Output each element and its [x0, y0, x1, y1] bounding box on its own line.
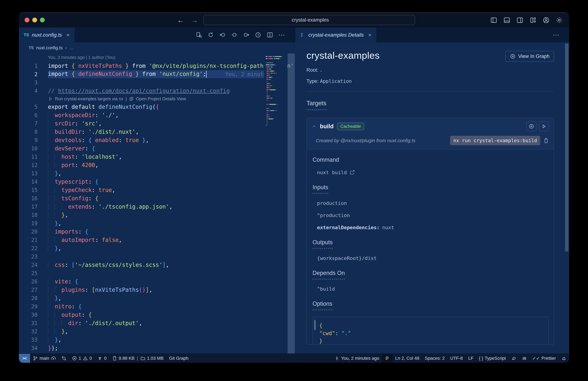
- remote-indicator[interactable]: ><: [19, 354, 30, 363]
- code-line[interactable]: 21 autoImport: false,: [19, 236, 295, 244]
- open-project-details-link[interactable]: Open Project Details View: [136, 96, 186, 101]
- cursor-position[interactable]: Ln 2, Col 48: [393, 354, 422, 363]
- code-line[interactable]: 1import { nxViteTsPaths } from '@nx/vite…: [19, 62, 295, 70]
- code-line[interactable]: 7 srcDir: 'src',: [19, 119, 295, 128]
- file-size[interactable]: 9.88 KB|1.03 MB: [109, 354, 166, 363]
- external-link-icon[interactable]: [349, 170, 355, 175]
- code-line[interactable]: 23: [19, 252, 295, 261]
- code-editor[interactable]: TS nuxt.config.ts › … You, 3 minutes ago…: [19, 42, 295, 354]
- open-changes-icon[interactable]: [196, 32, 202, 38]
- chevron-up-icon[interactable]: [312, 124, 316, 129]
- tab-project-details[interactable]: crystal-examples Details ×: [295, 27, 376, 42]
- code-line[interactable]: 14 typescript: {: [19, 178, 295, 186]
- account-icon[interactable]: [543, 17, 550, 24]
- zoom-indicator[interactable]: [382, 354, 393, 363]
- problems[interactable]: 10: [69, 354, 95, 363]
- code-line[interactable]: You, 2 minutes ago2import { defineNuxtCo…: [19, 70, 295, 78]
- code-line[interactable]: 24 css: ['~/assets/css/styles.scss'],: [19, 261, 295, 269]
- copilot-status[interactable]: [519, 354, 530, 363]
- code-line[interactable]: 26 vite: {: [19, 277, 295, 286]
- nav-forward-circle-icon[interactable]: [243, 32, 250, 38]
- eol[interactable]: LF: [465, 354, 476, 363]
- git-branch[interactable]: main: [30, 354, 59, 363]
- line-number: 27: [19, 287, 38, 293]
- code-line[interactable]: 25: [19, 269, 295, 277]
- code-line[interactable]: 16 tsConfig: {: [19, 194, 295, 202]
- extension-status[interactable]: [509, 354, 519, 363]
- code-line[interactable]: 18 },: [19, 211, 295, 219]
- layout-panel-icon[interactable]: [503, 17, 510, 24]
- tab-strip: TS nuxt.config.ts × ⋯ crystal-examples D…: [19, 27, 569, 42]
- code-line[interactable]: 3: [19, 78, 295, 87]
- code-text: autoImport: false,: [48, 237, 122, 243]
- status-text: Spaces: 2: [425, 356, 445, 361]
- code-line[interactable]: 19 },: [19, 219, 295, 227]
- code-line[interactable]: 9 devtools: { enabled: true },: [19, 136, 295, 144]
- view-in-graph-button[interactable]: View In Graph: [505, 51, 554, 62]
- code-line[interactable]: 17 extends: './tsconfig.app.json',: [19, 202, 295, 211]
- git-graph[interactable]: Git Graph: [166, 354, 191, 363]
- run-target-button[interactable]: [539, 121, 549, 131]
- code-line[interactable]: 12 port: 4200,: [19, 161, 295, 169]
- status-text: Git Graph: [169, 356, 189, 361]
- encoding[interactable]: UTF-8: [447, 354, 465, 363]
- options-json-viewer[interactable]: { "cwd": "."}: [313, 317, 549, 345]
- indentation[interactable]: Spaces: 2: [422, 354, 448, 363]
- layout-sidebar-icon[interactable]: [490, 17, 497, 24]
- more-actions-icon[interactable]: ⋯: [553, 27, 560, 42]
- code-line[interactable]: 13 },: [19, 169, 295, 178]
- close-tab-icon[interactable]: ×: [368, 32, 372, 38]
- git-compare[interactable]: [59, 354, 69, 363]
- layout-sidebar-right-icon[interactable]: [516, 17, 524, 24]
- code-line[interactable]: 10 devServer: {: [19, 144, 295, 153]
- code-text: },: [48, 245, 61, 251]
- json-scrollbar-thumb[interactable]: [314, 320, 316, 330]
- code-line[interactable]: 6 workspaceDir: './',: [19, 111, 295, 119]
- history-forward-button[interactable]: →: [191, 16, 198, 24]
- code-line[interactable]: 27 plugins: [nxViteTsPaths()],: [19, 286, 295, 294]
- notifications[interactable]: [559, 354, 569, 363]
- nx-run-command-chip[interactable]: nx run crystal-examples:build: [450, 136, 540, 145]
- code-line[interactable]: 28 },: [19, 294, 295, 302]
- copy-icon[interactable]: [543, 138, 549, 143]
- close-window-button[interactable]: [25, 18, 29, 22]
- minimap[interactable]: [264, 53, 288, 130]
- close-tab-icon[interactable]: ×: [66, 32, 70, 38]
- tab-nuxt-config[interactable]: TS nuxt.config.ts ×: [19, 27, 74, 42]
- code-line[interactable]: 20 imports: {: [19, 227, 295, 236]
- view-target-button[interactable]: [526, 121, 536, 131]
- code-line[interactable]: 30 output: {: [19, 311, 295, 319]
- blame-status[interactable]: You, 2 minutes ago: [332, 354, 382, 363]
- target-name[interactable]: build: [320, 123, 334, 130]
- language-mode[interactable]: { }TypeScript: [476, 354, 509, 363]
- refresh-icon[interactable]: [208, 32, 214, 38]
- split-editor-icon[interactable]: [267, 32, 273, 38]
- run-targets-link[interactable]: Run crystal-examples targets via nx: [55, 96, 123, 101]
- panel-scrollbar[interactable]: [565, 44, 568, 251]
- code-line[interactable]: 11 host: 'localhost',: [19, 153, 295, 161]
- more-actions-icon[interactable]: ⋯: [278, 31, 285, 39]
- editor-vertical-scrollbar[interactable]: [288, 53, 295, 354]
- nav-back-circle-icon[interactable]: [219, 32, 226, 38]
- layout-custom-icon[interactable]: [529, 17, 537, 24]
- minimize-window-button[interactable]: [32, 18, 37, 22]
- command-center-search[interactable]: crystal-examples: [203, 15, 415, 25]
- code-line[interactable]: 8 buildDir: './dist/.nuxt',: [19, 128, 295, 136]
- nav-circle-icon[interactable]: [231, 32, 238, 38]
- prettier-status[interactable]: ✓✓Prettier: [530, 354, 559, 363]
- code-line[interactable]: 29 nitro: {: [19, 302, 295, 311]
- breadcrumb[interactable]: TS nuxt.config.ts › …: [19, 42, 295, 53]
- ports[interactable]: 0: [95, 354, 109, 363]
- code-line[interactable]: 4// https://nuxt.com/docs/api/configurat…: [19, 87, 295, 95]
- history-back-button[interactable]: ←: [177, 16, 184, 24]
- code-line[interactable]: 31 dir: './dist/.output',: [19, 319, 295, 327]
- code-line[interactable]: 15 typeCheck: true,: [19, 186, 295, 194]
- maximize-window-button[interactable]: [40, 18, 45, 22]
- code-line[interactable]: 33 },: [19, 336, 295, 344]
- settings-gear-icon[interactable]: [556, 17, 563, 24]
- history-icon[interactable]: [255, 32, 261, 38]
- code-line[interactable]: 5export default defineNuxtConfig({: [19, 103, 295, 111]
- code-line[interactable]: 32 },: [19, 327, 295, 336]
- code-line[interactable]: 22 },: [19, 244, 295, 252]
- code-line[interactable]: 34});: [19, 344, 295, 352]
